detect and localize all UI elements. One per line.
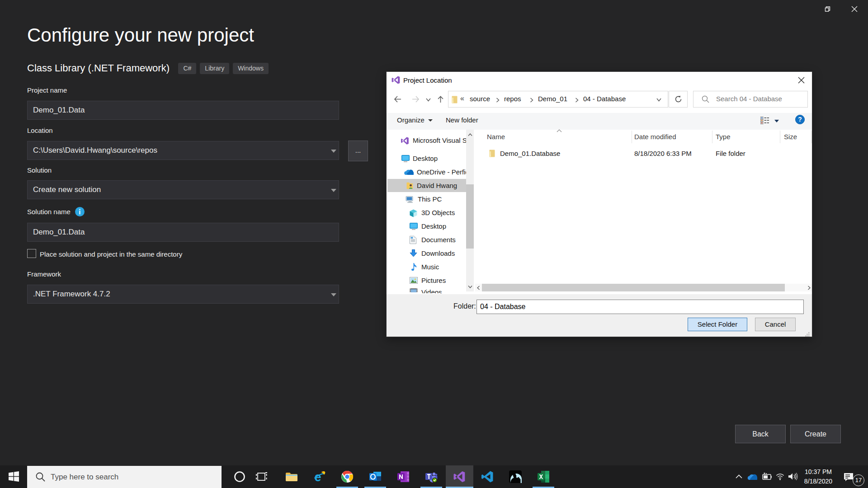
svg-text:e: e xyxy=(315,470,321,483)
